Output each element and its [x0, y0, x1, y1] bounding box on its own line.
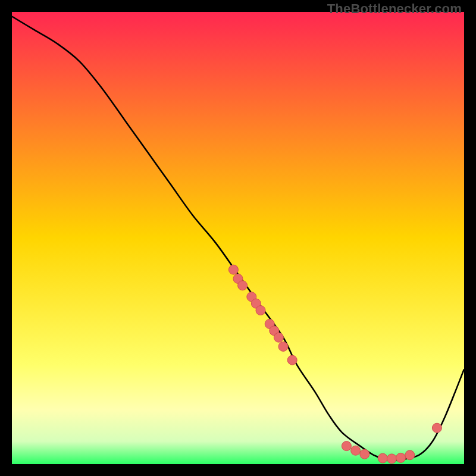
data-marker: [274, 333, 283, 342]
data-marker: [351, 446, 361, 455]
data-marker: [256, 306, 265, 315]
data-marker: [396, 453, 406, 462]
gradient-background: [12, 12, 464, 464]
data-marker: [387, 454, 396, 464]
data-marker: [287, 355, 297, 365]
data-marker: [342, 441, 351, 451]
data-marker: [432, 423, 441, 433]
data-marker: [228, 265, 238, 274]
data-marker: [360, 449, 369, 459]
watermark-text: TheBottlenecker.com: [327, 1, 462, 17]
bottleneck-chart: [12, 12, 464, 464]
chart-frame: [12, 12, 464, 464]
data-marker: [378, 453, 387, 463]
data-marker: [405, 450, 415, 460]
data-marker: [278, 342, 288, 351]
data-marker: [238, 281, 248, 290]
